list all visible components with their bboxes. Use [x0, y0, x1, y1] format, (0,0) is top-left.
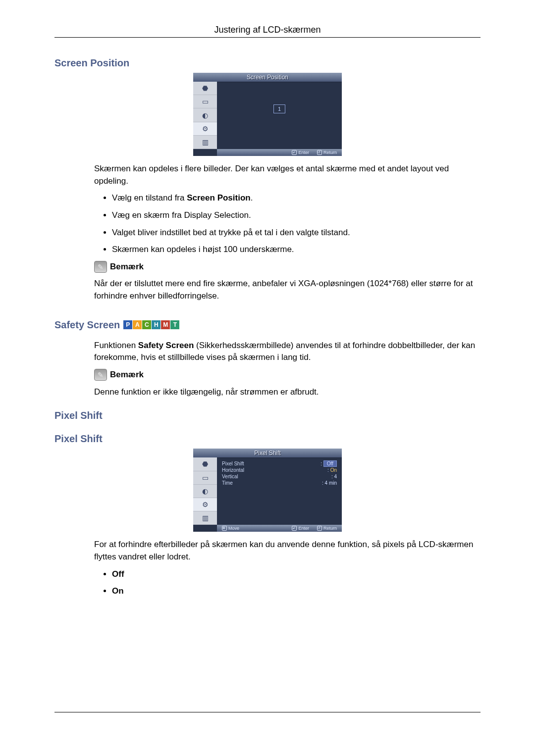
badge-a: A — [133, 320, 142, 329]
note-icon: ✎ — [94, 369, 107, 381]
badge-h: H — [152, 320, 160, 329]
note-label: Bemærk — [110, 261, 144, 273]
osd-content: 1 — [217, 82, 342, 149]
badge-c: C — [142, 320, 151, 329]
osd-row-label: Vertical — [222, 474, 238, 479]
badge-m: M — [161, 320, 170, 329]
osd-return-hint: ↺Return — [317, 526, 337, 531]
note-text: Når der er tilsluttet mere end fire skær… — [94, 278, 476, 302]
osd-row-vertical: Vertical : 4 — [222, 473, 337, 480]
picture-icon: ▭ — [193, 471, 217, 485]
sound-icon: ◐ — [193, 108, 217, 122]
heading-pixel-shift-2: Pixel Shift — [54, 433, 481, 445]
bullet-3: Valget bliver indstillet bed at trykke p… — [112, 227, 476, 239]
note-icon: ✎ — [94, 261, 107, 273]
bullet-list: Vælg en tilstand fra Screen Position. Væ… — [94, 192, 476, 256]
osd-row-value: : 4 — [331, 474, 337, 479]
osd-row-value: On — [330, 467, 337, 473]
picture-icon: ▭ — [193, 95, 217, 108]
heading-pixel-shift-1: Pixel Shift — [54, 410, 481, 421]
osd-row-horizontal: Horizontal : On — [222, 467, 337, 473]
osd-content: Pixel Shift : Off Horizontal : On Vertic… — [217, 457, 342, 525]
sound-icon: ◐ — [193, 485, 217, 498]
intro-text: Skærmen kan opdeles i flere billeder. De… — [94, 163, 476, 187]
return-icon: ↺ — [317, 150, 322, 155]
page: Justering af LCD-skærmen Screen Position… — [0, 0, 535, 756]
osd-enter-hint: ↲Enter — [292, 150, 309, 155]
safety-screen-body: Funktionen Safety Screen (Sikkerhedsskær… — [54, 340, 481, 399]
note-row-2: ✎ Bemærk — [94, 369, 476, 381]
osd-sidebar: ⬣ ▭ ◐ ⚙ ▥ — [193, 82, 217, 149]
multi-icon: ▥ — [193, 136, 217, 149]
osd-pixel-shift: Pixel Shift ⬣ ▭ ◐ ⚙ ▥ Pixel Shift : Off … — [193, 449, 342, 532]
osd-row-time: Time : 4 min — [222, 480, 337, 486]
osd-row-value: : 4 min — [322, 480, 337, 486]
osd-footer: ✥Move ↲Enter ↺Return — [217, 525, 342, 532]
osd-row-label: Horizontal — [222, 467, 244, 473]
input-icon: ⬣ — [193, 457, 217, 471]
header-rule — [54, 37, 481, 38]
move-icon: ✥ — [222, 526, 227, 531]
badge-p: P — [123, 320, 132, 329]
osd-enter-hint: ↲Enter — [292, 526, 309, 531]
note-row: ✎ Bemærk — [94, 261, 476, 273]
heading-safety-screen-text: Safety Screen — [54, 319, 120, 331]
multi-icon: ▥ — [193, 511, 217, 525]
footer-rule — [54, 712, 481, 712]
safety-text: Funktionen Safety Screen (Sikkerhedsskær… — [94, 340, 476, 364]
opt-on: On — [112, 585, 476, 598]
osd-row-pixel-shift: Pixel Shift : Off — [222, 460, 337, 467]
osd-title: Screen Position — [193, 73, 342, 82]
osd-row-label: Time — [222, 480, 233, 486]
setup-icon: ⚙ — [193, 498, 217, 511]
input-icon: ⬣ — [193, 82, 217, 95]
opt-off: Off — [112, 568, 476, 581]
note-label: Bemærk — [110, 369, 144, 381]
osd-return-hint: ↺Return — [317, 150, 337, 155]
bullet-2: Væg en skærm fra Display Selection. — [112, 209, 476, 222]
osd-move-hint: ✥Move — [222, 526, 239, 531]
heading-safety-screen: Safety Screen P A C H M T — [54, 319, 179, 331]
osd-footer: ↲Enter ↺Return — [217, 149, 342, 156]
pixel-text: For at forhindre efterbilleder på skærme… — [94, 539, 476, 563]
badge-group: P A C H M T — [123, 320, 179, 329]
pixel-shift-body: For at forhindre efterbilleder på skærme… — [54, 539, 481, 598]
osd-row-value: Off — [323, 460, 337, 467]
osd-value: 1 — [273, 104, 285, 113]
osd-screen-position: Screen Position ⬣ ▭ ◐ ⚙ ▥ 1 ↲Enter ↺Retu… — [193, 73, 342, 156]
enter-icon: ↲ — [292, 526, 297, 531]
note-text-2: Denne funktion er ikke tilgængelig, når … — [94, 386, 476, 399]
osd-sidebar: ⬣ ▭ ◐ ⚙ ▥ — [193, 457, 217, 525]
setup-icon: ⚙ — [193, 122, 217, 136]
screen-position-body: Skærmen kan opdeles i flere billeder. De… — [54, 163, 481, 302]
option-list: Off On — [94, 568, 476, 598]
badge-t: T — [170, 320, 179, 329]
bullet-1: Vælg en tilstand fra Screen Position. — [112, 192, 476, 204]
enter-icon: ↲ — [292, 150, 297, 155]
page-header: Justering af LCD-skærmen — [54, 25, 481, 35]
osd-row-label: Pixel Shift — [222, 461, 244, 466]
osd-title: Pixel Shift — [193, 449, 342, 458]
return-icon: ↺ — [317, 526, 322, 531]
heading-screen-position: Screen Position — [54, 57, 481, 69]
bullet-4: Skærmen kan opdeles i højst 100 underskæ… — [112, 244, 476, 256]
